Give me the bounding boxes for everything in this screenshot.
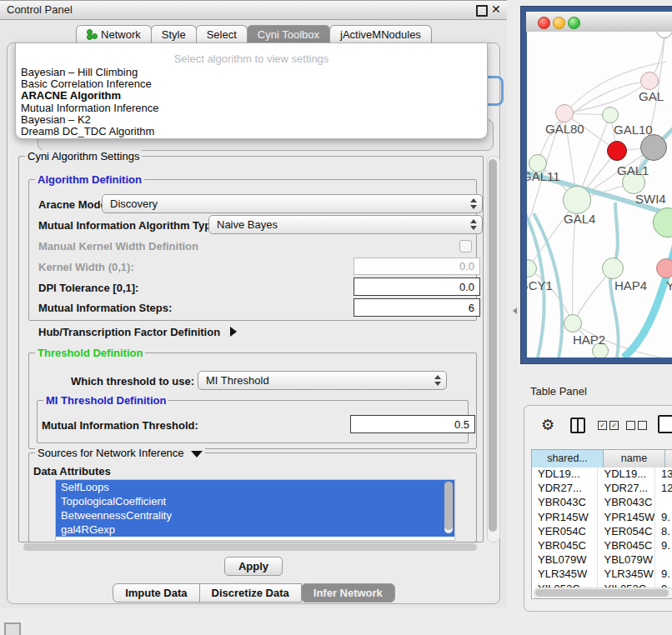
algorithm-option[interactable]: Basic Correlation Inference bbox=[21, 78, 482, 90]
algorithm-option[interactable]: Bayesian – Hill Climbing bbox=[21, 67, 482, 78]
algorithm-option[interactable]: Mutual Information Inference bbox=[21, 102, 482, 114]
algorithm-option[interactable]: Dream8 DC_TDC Algorithm bbox=[21, 126, 482, 138]
table-row[interactable]: YBR043CYBR043C bbox=[532, 496, 672, 510]
table-cell: YPR145W bbox=[532, 511, 598, 525]
table-row[interactable]: YER054CYER054C8. bbox=[532, 525, 672, 539]
node-attribute-table[interactable]: shared...name YDL19...YDL19...13YDR27...… bbox=[531, 449, 672, 599]
network-node[interactable] bbox=[640, 134, 667, 161]
network-node[interactable] bbox=[602, 258, 624, 279]
document-icon[interactable] bbox=[658, 415, 672, 433]
mi-type-label: Mutual Information Algorithm Type: bbox=[38, 219, 221, 232]
network-canvas[interactable]: GALGAL80GAL10GAL1GAL11SWI4GAL4GCY1HAP4YH… bbox=[527, 32, 672, 358]
hub-definition-toggle[interactable]: Hub/Transcription Factor Definition bbox=[38, 326, 237, 338]
tab-infer-network[interactable]: Infer Network bbox=[301, 583, 395, 602]
data-attributes-list[interactable]: SelfLoopsTopologicalCoefficientBetweenne… bbox=[55, 479, 455, 541]
network-node[interactable] bbox=[564, 314, 582, 332]
column-header-extra[interactable] bbox=[665, 450, 672, 468]
gear-icon[interactable]: ⚙ bbox=[541, 416, 554, 433]
checked-box-icon: ✓ bbox=[609, 421, 619, 430]
mi-threshold-field[interactable]: 0.5 bbox=[350, 415, 475, 433]
table-panel-toolbar: ⚙ ✓ ✓ bbox=[524, 414, 672, 439]
minimize-traffic-light-icon[interactable] bbox=[553, 17, 565, 29]
tab-label: Cyni Toolbox bbox=[258, 26, 319, 43]
network-node[interactable] bbox=[607, 141, 627, 161]
network-window-titlebar[interactable] bbox=[526, 12, 672, 32]
dpi-tolerance-label: DPI Tolerance [0,1]: bbox=[38, 282, 138, 294]
table-row[interactable]: YLR345WYLR345W9. bbox=[532, 568, 672, 582]
algorithm-option[interactable]: Bayesian – K2 bbox=[21, 114, 482, 126]
mi-threshold-label: Mutual Information Threshold: bbox=[42, 419, 198, 432]
tab-style[interactable]: Style bbox=[151, 25, 197, 43]
tab-discretize-data[interactable]: Discretize Data bbox=[199, 583, 302, 602]
table-cell: YBR045C bbox=[598, 539, 654, 553]
kernel-width-field[interactable]: 0.0 bbox=[354, 258, 480, 275]
apply-button[interactable]: Apply bbox=[224, 557, 283, 576]
table-row[interactable]: YBL079WYBL079W bbox=[532, 553, 672, 568]
columns-icon[interactable] bbox=[570, 418, 585, 433]
tab-select[interactable]: Select bbox=[196, 25, 248, 43]
select-all-columns-icon[interactable]: ✓ ✓ bbox=[598, 421, 619, 430]
unchecked-box-icon bbox=[638, 421, 647, 430]
algorithm-dropdown-list: Bayesian – Hill ClimbingBasic Correlatio… bbox=[21, 67, 482, 138]
bottom-tab-bar: Impute DataDiscretize DataInfer Network bbox=[0, 583, 507, 602]
data-attribute-item[interactable]: BetweennessCentrality bbox=[56, 508, 454, 522]
tab-impute-data[interactable]: Impute Data bbox=[113, 583, 199, 602]
algorithm-option[interactable]: ARACNE Algorithm bbox=[21, 90, 482, 102]
node-label: GAL4 bbox=[564, 212, 595, 226]
table-cell: YBR043C bbox=[532, 496, 598, 510]
column-header-name[interactable]: name bbox=[604, 450, 665, 468]
tab-cyni-toolbox[interactable]: Cyni Toolbox bbox=[247, 25, 330, 43]
attributes-scrollbar[interactable] bbox=[444, 482, 453, 533]
close-icon[interactable]: ✕ bbox=[491, 2, 501, 16]
table-row[interactable]: YBR045CYBR045C9. bbox=[532, 539, 672, 553]
network-node[interactable] bbox=[555, 104, 574, 122]
table-row[interactable]: YDR27...YDR27...12 bbox=[532, 482, 672, 496]
network-node[interactable] bbox=[563, 186, 591, 214]
network-node[interactable] bbox=[656, 258, 672, 278]
close-traffic-light-icon[interactable] bbox=[538, 17, 550, 29]
table-row[interactable]: YDL19...YDL19...13 bbox=[532, 468, 672, 482]
control-panel-window: Control Panel ✕ NetworkStyleSelectCyni T… bbox=[0, 0, 507, 608]
threshold-definition-legend: Threshold Definition bbox=[35, 347, 145, 359]
cyni-algorithm-settings-legend: Cyni Algorithm Settings bbox=[25, 150, 142, 162]
data-attribute-item[interactable]: TopologicalCoefficient bbox=[56, 494, 454, 508]
panel-resize-handle[interactable] bbox=[513, 308, 517, 314]
table-row[interactable]: YPR145WYPR145W9. bbox=[532, 511, 672, 525]
manual-kernel-checkbox[interactable] bbox=[459, 240, 472, 252]
network-icon bbox=[87, 29, 98, 40]
aracne-mode-select[interactable]: Discovery bbox=[102, 194, 483, 213]
network-node[interactable] bbox=[640, 72, 659, 90]
network-node[interactable] bbox=[602, 107, 619, 123]
deselect-all-columns-icon[interactable] bbox=[626, 421, 647, 430]
column-header-shared...[interactable]: shared... bbox=[532, 450, 604, 468]
node-label: GCY1 bbox=[527, 278, 553, 292]
attributes-scrollbar-thumb[interactable] bbox=[444, 482, 453, 530]
zoom-traffic-light-icon[interactable] bbox=[568, 17, 580, 29]
settings-horizontal-scrollbar[interactable] bbox=[22, 542, 482, 552]
unchecked-box-icon bbox=[626, 421, 635, 430]
table-cell: 12 bbox=[655, 482, 672, 496]
float-window-icon[interactable] bbox=[476, 5, 488, 17]
tab-jactivemnodules[interactable]: jActiveMNodules bbox=[329, 25, 432, 43]
settings-vertical-scrollbar-thumb[interactable] bbox=[489, 159, 497, 532]
settings-horizontal-scrollbar-thumb[interactable] bbox=[23, 543, 477, 551]
data-attribute-item[interactable]: SelfLoops bbox=[56, 480, 454, 494]
which-threshold-select[interactable]: MI Threshold bbox=[198, 371, 447, 390]
data-attribute-item[interactable]: gal4RGexp bbox=[56, 522, 454, 537]
table-cell: YDR27... bbox=[598, 482, 654, 496]
mi-steps-field[interactable]: 6 bbox=[354, 298, 480, 317]
mi-threshold-legend: MI Threshold Definition bbox=[43, 394, 168, 407]
table-horizontal-scrollbar-thumb[interactable] bbox=[535, 589, 669, 597]
mi-type-select[interactable]: Naive Bayes bbox=[208, 215, 483, 234]
which-threshold-label: Which threshold to use: bbox=[71, 375, 194, 388]
dpi-tolerance-field[interactable]: 0.0 bbox=[354, 278, 480, 296]
table-cell: YDL19... bbox=[532, 468, 598, 482]
sources-legend[interactable]: Sources for Network Inference bbox=[35, 447, 205, 459]
tab-network[interactable]: Network bbox=[76, 25, 152, 43]
table-horizontal-scrollbar[interactable] bbox=[534, 588, 672, 599]
minimized-panel-icon[interactable] bbox=[4, 622, 21, 635]
table-cell: YER054C bbox=[532, 525, 598, 539]
node-label: GAL10 bbox=[614, 122, 653, 137]
checked-box-icon: ✓ bbox=[598, 421, 607, 430]
settings-vertical-scrollbar[interactable] bbox=[487, 156, 500, 542]
